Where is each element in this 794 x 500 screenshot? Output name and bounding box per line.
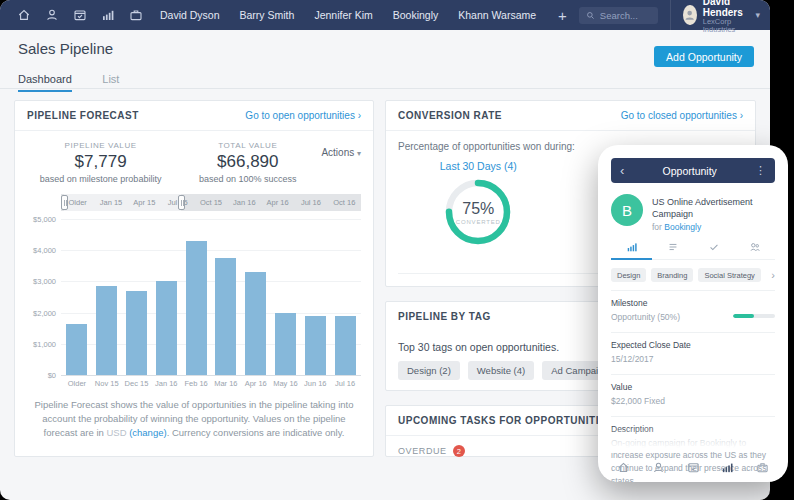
slider-label: Oct 15 bbox=[194, 194, 227, 211]
for-label: for bbox=[652, 222, 662, 232]
nav-tab-record-5[interactable]: Khann Warsame bbox=[458, 9, 536, 21]
conversion-period-30d: Last 30 Days (4) 75% CONVERTED bbox=[386, 160, 571, 245]
tasks-calendar-icon[interactable] bbox=[73, 8, 87, 22]
tag-social-strategy[interactable]: Social Strategy bbox=[698, 268, 760, 282]
slider-labels: OlderJan 15Apr 15Jul 15Oct 15Jan 16Apr 1… bbox=[61, 194, 361, 211]
pipeline-by-tag-title: PIPELINE BY TAG bbox=[398, 311, 491, 322]
nav-tab-record-1[interactable]: David Dyson bbox=[160, 9, 220, 21]
change-currency-link[interactable]: (change) bbox=[129, 427, 167, 438]
x-axis-tick-label: Older bbox=[62, 379, 92, 388]
x-axis-tick-label: Jun 16 bbox=[300, 379, 330, 388]
pipeline-value-stat: PIPELINE VALUE $7,779 based on milestone… bbox=[27, 141, 174, 184]
tag-design[interactable]: Design bbox=[611, 268, 646, 282]
value-value: $22,000 Fixed bbox=[611, 395, 775, 408]
search-input[interactable] bbox=[600, 10, 652, 21]
forecast-chart: $5,000$4,000$3,000$2,000$1,000$0 OlderNo… bbox=[27, 219, 361, 388]
opportunity-profile: B US Online Advertisement Campaign for B… bbox=[611, 194, 775, 232]
kebab-menu-icon[interactable]: ⋮ bbox=[755, 164, 766, 177]
forecast-bar bbox=[96, 286, 117, 375]
x-axis-tick-label: Jan 16 bbox=[151, 379, 181, 388]
open-opportunities-link[interactable]: Go to open opportunities › bbox=[245, 110, 361, 121]
forecast-bar bbox=[126, 291, 147, 375]
contacts-icon[interactable] bbox=[45, 8, 59, 22]
x-axis-tick-label: Dec 15 bbox=[122, 379, 152, 388]
tab-stats-icon[interactable] bbox=[611, 241, 652, 260]
global-search bbox=[579, 7, 659, 24]
x-axis-tick-label: Feb 16 bbox=[181, 379, 211, 388]
add-opportunity-button[interactable]: Add Opportunity bbox=[654, 46, 754, 67]
briefcase-icon[interactable] bbox=[756, 460, 769, 473]
user-menu[interactable]: David Henders LexCorp Industries ▾ bbox=[670, 0, 760, 34]
pipeline-value-sub: based on milestone probability bbox=[27, 174, 174, 184]
close-date-field: Expected Close Date 15/12/2017 bbox=[611, 332, 775, 366]
close-date-value: 15/12/2017 bbox=[611, 353, 775, 366]
tab-list[interactable]: List bbox=[102, 73, 119, 90]
contacts-icon[interactable] bbox=[652, 460, 665, 473]
actions-dropdown[interactable]: Actions ▾ bbox=[321, 141, 361, 184]
y-axis-tick-label: $0 bbox=[48, 371, 56, 380]
x-axis-tick-label: Jul 16 bbox=[330, 379, 360, 388]
conversion-rate-title: CONVERSION RATE bbox=[398, 110, 502, 121]
nav-tab-record-3[interactable]: Jennifer Kim bbox=[314, 9, 372, 21]
add-tab-button[interactable]: + bbox=[546, 7, 579, 24]
slider-label: Jul 16 bbox=[294, 194, 327, 211]
nav-tab-record-2[interactable]: Barry Smith bbox=[240, 9, 295, 21]
forecast-range-slider: OlderJan 15Apr 15Jul 15Oct 15Jan 16Apr 1… bbox=[61, 194, 361, 211]
page-title: Sales Pipeline bbox=[18, 40, 113, 57]
search-icon bbox=[586, 11, 595, 20]
slider-label: Jan 16 bbox=[228, 194, 261, 211]
forecast-bar bbox=[245, 272, 266, 375]
overdue-count-badge: 2 bbox=[453, 445, 465, 457]
converted-caption: CONVERTED bbox=[456, 219, 501, 225]
total-value-label: TOTAL VALUE bbox=[174, 141, 321, 150]
nav-tab-record-4[interactable]: Bookingly bbox=[393, 9, 439, 21]
forecast-bar bbox=[186, 241, 207, 375]
slider-label: Jan 15 bbox=[94, 194, 127, 211]
chevron-down-icon[interactable]: ▾ bbox=[755, 10, 760, 20]
milestone-progress-fill bbox=[733, 314, 754, 318]
slider-handle-left[interactable] bbox=[61, 195, 68, 210]
close-date-label: Expected Close Date bbox=[611, 340, 775, 350]
conversion-pct: 75% bbox=[462, 200, 494, 218]
x-axis-tick-label: Nov 15 bbox=[92, 379, 122, 388]
tab-notes-icon[interactable] bbox=[652, 241, 693, 259]
total-value: $66,890 bbox=[174, 152, 321, 172]
slider-label: Apr 15 bbox=[128, 194, 161, 211]
forecast-bar bbox=[156, 281, 177, 375]
milestone-label: Milestone bbox=[611, 298, 775, 308]
chevron-right-icon[interactable]: › bbox=[771, 269, 775, 281]
forecast-bar bbox=[335, 316, 356, 375]
tag-design[interactable]: Design (2) bbox=[398, 361, 460, 380]
tasks-calendar-icon[interactable] bbox=[687, 460, 700, 473]
stats-icon[interactable] bbox=[721, 460, 734, 473]
conversion-ring-30d: 75% CONVERTED bbox=[445, 179, 511, 245]
forecast-bar bbox=[305, 316, 326, 375]
tag-branding[interactable]: Branding bbox=[651, 268, 693, 282]
slider-label: Oct 16 bbox=[328, 194, 361, 211]
tag-website[interactable]: Website (4) bbox=[468, 361, 534, 380]
forecast-bar bbox=[66, 324, 87, 375]
milestone-progress-bar bbox=[733, 314, 775, 318]
briefcase-icon[interactable] bbox=[129, 8, 143, 22]
last-30-days-link[interactable]: Last 30 Days (4) bbox=[386, 160, 571, 172]
tab-tasks-icon[interactable] bbox=[693, 241, 734, 259]
forecast-bar bbox=[275, 313, 296, 375]
phone-bottom-nav bbox=[611, 460, 775, 473]
forecast-footnote: Pipeline Forecast shows the value of opp… bbox=[31, 398, 357, 439]
user-company: LexCorp Industries bbox=[703, 18, 750, 35]
y-axis-tick-label: $2,000 bbox=[33, 308, 56, 317]
opportunity-title: US Online Advertisement Campaign bbox=[652, 194, 775, 220]
tab-contacts-icon[interactable] bbox=[734, 241, 775, 259]
forecast-chart-xlabels: OlderNov 15Dec 15Jan 16Feb 16Mar 16Apr 1… bbox=[61, 379, 361, 388]
home-icon[interactable] bbox=[17, 8, 31, 22]
opportunity-tabs bbox=[611, 241, 775, 260]
home-icon[interactable] bbox=[617, 460, 630, 473]
company-link[interactable]: Bookingly bbox=[664, 222, 701, 232]
forecast-chart-plot: $5,000$4,000$3,000$2,000$1,000$0 bbox=[61, 219, 361, 375]
closed-opportunities-link[interactable]: Go to closed opportunities › bbox=[621, 110, 743, 121]
forecast-chart-bars bbox=[61, 219, 361, 375]
slider-handle-right[interactable] bbox=[178, 195, 185, 210]
stats-icon[interactable] bbox=[101, 8, 115, 22]
opportunity-header-title: Opportunity bbox=[624, 165, 755, 177]
tab-dashboard[interactable]: Dashboard bbox=[18, 73, 72, 92]
